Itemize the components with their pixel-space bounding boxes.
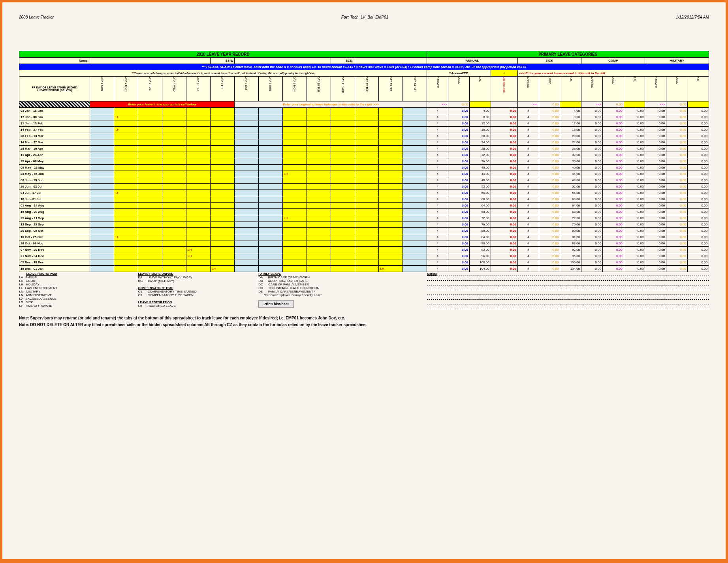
cell-10-9[interactable] — [307, 171, 331, 177]
cell-18-0[interactable] — [90, 221, 114, 228]
cell-6-0[interactable] — [90, 146, 114, 152]
cell-12-3[interactable] — [162, 184, 186, 190]
cell-24-5[interactable] — [210, 259, 234, 266]
cell-3-5[interactable] — [210, 127, 234, 133]
cell-16-1[interactable] — [114, 209, 138, 215]
cell-17-9[interactable] — [307, 215, 331, 221]
cell-19-3[interactable] — [162, 228, 186, 234]
cell-18-5[interactable] — [210, 221, 234, 228]
cell-15-1[interactable] — [114, 203, 138, 209]
cell-11-11[interactable] — [355, 177, 379, 184]
cell-2-10[interactable] — [331, 120, 355, 127]
cell-13-1[interactable]: LH — [114, 190, 138, 196]
cell-21-12[interactable] — [379, 240, 403, 247]
cell-8-3[interactable] — [162, 158, 186, 165]
cell-19-0[interactable] — [90, 228, 114, 234]
cell-4-6[interactable] — [234, 133, 258, 139]
cell-19-11[interactable] — [355, 228, 379, 234]
cell-24-7[interactable] — [258, 259, 282, 266]
cell-23-6[interactable] — [234, 253, 258, 259]
cell-6-2[interactable] — [138, 146, 162, 152]
cell-17-10[interactable] — [331, 215, 355, 221]
cell-2-5[interactable] — [210, 120, 234, 127]
cell-9-11[interactable] — [355, 165, 379, 171]
cell-22-7[interactable] — [258, 247, 282, 253]
cell-20-10[interactable] — [331, 234, 355, 240]
cell-20-0[interactable] — [90, 234, 114, 240]
cell-5-4[interactable] — [186, 139, 210, 146]
cell-19-8[interactable] — [282, 228, 307, 234]
cell-16-6[interactable] — [234, 209, 258, 215]
cell-25-8[interactable] — [282, 266, 307, 272]
cell-8-12[interactable] — [379, 158, 403, 165]
cell-22-4[interactable]: LH — [186, 247, 210, 253]
cell-19-1[interactable] — [114, 228, 138, 234]
cell-3-13[interactable] — [403, 127, 427, 133]
cell-13-4[interactable] — [186, 190, 210, 196]
notes-area[interactable]: Notes: — [427, 272, 709, 314]
cell-5-2[interactable] — [138, 139, 162, 146]
cell-7-2[interactable] — [138, 152, 162, 158]
cell-2-11[interactable] — [355, 120, 379, 127]
cell-4-8[interactable] — [282, 133, 307, 139]
cell-13-7[interactable] — [258, 190, 282, 196]
cell-9-7[interactable] — [258, 165, 282, 171]
cell-17-7[interactable] — [258, 215, 282, 221]
cell-24-3[interactable] — [162, 259, 186, 266]
cell-14-2[interactable] — [138, 196, 162, 203]
cell-21-10[interactable] — [331, 240, 355, 247]
cell-11-7[interactable] — [258, 177, 282, 184]
cell-11-5[interactable] — [210, 177, 234, 184]
cell-11-12[interactable] — [379, 177, 403, 184]
cell-25-6[interactable] — [234, 266, 258, 272]
cell-14-8[interactable] — [282, 196, 307, 203]
cell-21-3[interactable] — [162, 240, 186, 247]
cell-8-7[interactable] — [258, 158, 282, 165]
cell-6-13[interactable] — [403, 146, 427, 152]
cell-23-4[interactable]: LH — [186, 253, 210, 259]
cell-24-12[interactable] — [379, 259, 403, 266]
cell-14-5[interactable] — [210, 196, 234, 203]
cell-12-5[interactable] — [210, 184, 234, 190]
cell-6-11[interactable] — [355, 146, 379, 152]
cell-12-1[interactable] — [114, 184, 138, 190]
cell-18-3[interactable] — [162, 221, 186, 228]
cell-24-9[interactable] — [307, 259, 331, 266]
cell-11-4[interactable] — [186, 177, 210, 184]
cell-17-13[interactable] — [403, 215, 427, 221]
cell-14-1[interactable] — [114, 196, 138, 203]
cell-14-4[interactable] — [186, 196, 210, 203]
cell-18-6[interactable] — [234, 221, 258, 228]
cell-2-13[interactable] — [403, 120, 427, 127]
cell-0-6[interactable] — [234, 108, 258, 114]
cell-10-12[interactable] — [379, 171, 403, 177]
cell-24-2[interactable] — [138, 259, 162, 266]
cell-12-6[interactable] — [234, 184, 258, 190]
cell-10-3[interactable] — [162, 171, 186, 177]
cell-7-5[interactable] — [210, 152, 234, 158]
cell-20-12[interactable] — [379, 234, 403, 240]
cell-19-9[interactable] — [307, 228, 331, 234]
cell-4-10[interactable] — [331, 133, 355, 139]
cell-19-2[interactable] — [138, 228, 162, 234]
cell-23-3[interactable] — [162, 253, 186, 259]
cell-8-11[interactable] — [355, 158, 379, 165]
cell-10-11[interactable] — [355, 171, 379, 177]
cell-11-3[interactable] — [162, 177, 186, 184]
cell-6-10[interactable] — [331, 146, 355, 152]
cell-17-12[interactable] — [379, 215, 403, 221]
cell-13-13[interactable] — [403, 190, 427, 196]
cell-17-2[interactable] — [138, 215, 162, 221]
cell-6-3[interactable] — [162, 146, 186, 152]
cell-20-6[interactable] — [234, 234, 258, 240]
cell-1-5[interactable] — [210, 114, 234, 120]
cell-8-5[interactable] — [210, 158, 234, 165]
cell-12-10[interactable] — [331, 184, 355, 190]
cell-20-9[interactable] — [307, 234, 331, 240]
cell-18-12[interactable] — [379, 221, 403, 228]
cell-15-2[interactable] — [138, 203, 162, 209]
cell-16-3[interactable] — [162, 209, 186, 215]
cell-10-2[interactable] — [138, 171, 162, 177]
cell-7-7[interactable] — [258, 152, 282, 158]
cell-3-8[interactable] — [282, 127, 307, 133]
